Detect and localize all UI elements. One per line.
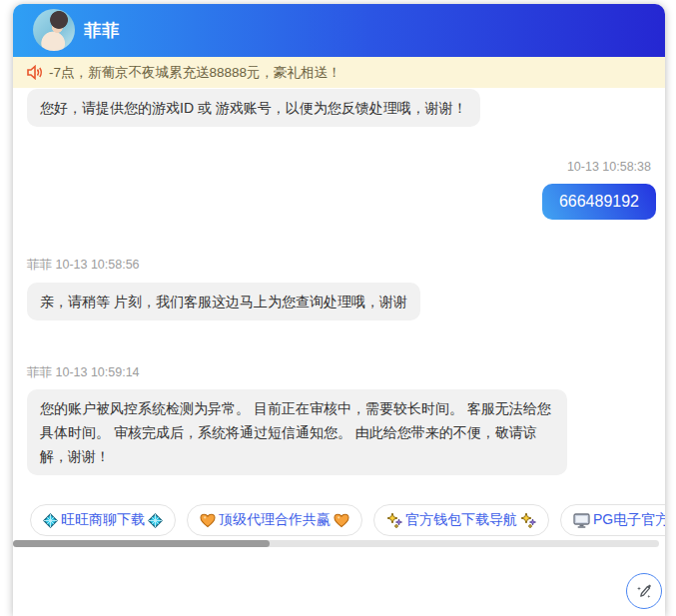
magic-pen-icon (634, 581, 654, 601)
quick-reply-wallet-download[interactable]: 官方钱包下载导航 (373, 504, 549, 536)
diamond-icon (148, 513, 163, 528)
input-area (13, 552, 665, 616)
agent-message: 您的账户被风控系统检测为异常。 目前正在审核中，需要较长时间。 客服无法给您具体… (27, 389, 567, 475)
orange-heart-icon (334, 513, 349, 528)
orange-heart-icon (200, 513, 216, 528)
quick-reply-label: PG电子官方指定合作平台 (593, 511, 665, 529)
quick-reply-agent-cooperation[interactable]: 顶级代理合作共赢 (187, 504, 362, 536)
chat-window: 菲菲 -7点，新葡京不夜城累充送88888元，豪礼相送！ 您好，请提供您的游戏I… (13, 4, 665, 616)
speaker-icon (27, 65, 44, 80)
announcement-bar: -7点，新葡京不夜城累充送88888元，豪礼相送！ (13, 57, 665, 88)
compose-button[interactable] (626, 573, 662, 609)
quick-reply-label: 官方钱包下载导航 (405, 511, 517, 529)
quick-reply-scrollbar-track[interactable] (13, 540, 659, 547)
agent-message: 亲，请稍等 片刻，我们客服这边马上为您查询处理哦，谢谢 (27, 283, 420, 320)
diamond-icon (43, 513, 58, 528)
sparkles-icon (520, 512, 536, 528)
agent-message-label: 菲菲 10-13 10:59:14 (27, 364, 665, 381)
announcement-text: -7点，新葡京不夜城累充送88888元，豪礼相送！ (49, 64, 341, 82)
quick-reply-bar: 旺旺商聊下载 顶级代理合作共赢 (13, 504, 665, 536)
user-message: 666489192 (542, 184, 656, 220)
message-timestamp: 10-13 10:58:38 (13, 160, 651, 174)
quick-reply-pg-platform[interactable]: PG电子官方指定合作平台 (560, 504, 665, 536)
agent-message-label: 菲菲 10-13 10:58:56 (27, 257, 665, 274)
quick-reply-scrollbar-thumb[interactable] (13, 540, 270, 547)
chat-header: 菲菲 (13, 4, 665, 57)
quick-reply-label: 旺旺商聊下载 (61, 511, 145, 529)
agent-name: 菲菲 (84, 4, 120, 57)
sparkles-icon (386, 512, 402, 528)
agent-message: 您好，请提供您的游戏ID 或 游戏账号，以便为您反馈处理哦，谢谢！ (27, 89, 480, 127)
monitor-icon (573, 513, 590, 528)
chat-area: 您好，请提供您的游戏ID 或 游戏账号，以便为您反馈处理哦，谢谢！ 10-13 … (13, 89, 665, 475)
quick-reply-wangwang-download[interactable]: 旺旺商聊下载 (30, 504, 176, 536)
quick-reply-label: 顶级代理合作共赢 (219, 511, 331, 529)
agent-avatar (33, 9, 75, 51)
user-message-row: 666489192 (13, 184, 656, 220)
